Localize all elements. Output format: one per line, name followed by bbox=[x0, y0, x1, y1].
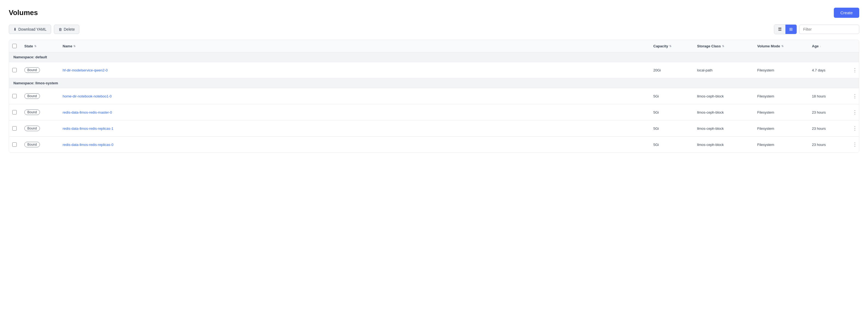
table-row: Bound hf-dir-modelservice-qwen2-0 20Gi l… bbox=[9, 62, 859, 78]
td-capacity: 5Gi bbox=[650, 90, 694, 102]
td-name: redis-data-llmos-redis-replicas-0 bbox=[59, 139, 650, 150]
delete-label: Delete bbox=[64, 27, 75, 31]
namespace-label-2: Namespace: bbox=[13, 81, 35, 85]
th-age: Age ↓ bbox=[809, 40, 847, 52]
grid-icon bbox=[789, 27, 793, 32]
th-state-label: State bbox=[24, 44, 33, 48]
td-age: 23 hours bbox=[809, 123, 847, 135]
th-checkbox bbox=[9, 40, 21, 52]
td-state: Bound bbox=[21, 138, 59, 151]
th-age-label: Age bbox=[812, 44, 819, 48]
volume-name-link[interactable]: redis-data-llmos-redis-replicas-0 bbox=[63, 143, 114, 147]
state-badge: Bound bbox=[24, 142, 40, 147]
table-row: Bound home-dir-notebook-noteboo1-0 5Gi l… bbox=[9, 88, 859, 104]
more-actions-button[interactable]: ⋮ bbox=[850, 108, 859, 116]
view-toggle bbox=[774, 24, 797, 34]
table-row: Bound redis-data-llmos-redis-master-0 5G… bbox=[9, 104, 859, 120]
td-more: ⋮ bbox=[847, 120, 859, 136]
filter-input[interactable] bbox=[799, 25, 859, 34]
more-actions-button[interactable]: ⋮ bbox=[850, 124, 859, 133]
volume-name-link[interactable]: redis-data-llmos-redis-master-0 bbox=[63, 110, 112, 114]
delete-button[interactable]: Delete bbox=[54, 25, 79, 34]
td-capacity: 5Gi bbox=[650, 123, 694, 135]
td-state: Bound bbox=[21, 106, 59, 119]
th-name: Name ⇅ bbox=[59, 40, 650, 52]
volume-name-link[interactable]: home-dir-notebook-noteboo1-0 bbox=[63, 94, 112, 98]
td-capacity: 5Gi bbox=[650, 107, 694, 118]
namespace-llmos-system-row: Namespace: llmos-system bbox=[9, 78, 859, 88]
th-storage-class-label: Storage Class bbox=[697, 44, 721, 48]
namespace-label-1: Namespace: bbox=[13, 55, 35, 59]
volume-name-link[interactable]: redis-data-llmos-redis-replicas-1 bbox=[63, 126, 114, 131]
td-name: redis-data-llmos-redis-master-0 bbox=[59, 107, 650, 118]
table-row: Bound redis-data-llmos-redis-replicas-1 … bbox=[9, 120, 859, 137]
grid-view-button[interactable] bbox=[785, 25, 797, 34]
state-sort-icon[interactable]: ⇅ bbox=[34, 45, 36, 48]
td-checkbox bbox=[9, 122, 21, 135]
td-volume-mode: Filesystem bbox=[754, 90, 809, 102]
td-volume-mode: Filesystem bbox=[754, 139, 809, 150]
page-title: Volumes bbox=[9, 8, 38, 17]
more-actions-button[interactable]: ⋮ bbox=[850, 66, 859, 74]
th-name-label: Name bbox=[63, 44, 72, 48]
state-badge: Bound bbox=[24, 93, 40, 99]
td-capacity: 20Gi bbox=[650, 64, 694, 76]
td-state: Bound bbox=[21, 63, 59, 77]
state-badge: Bound bbox=[24, 67, 40, 73]
list-view-button[interactable] bbox=[774, 25, 785, 34]
volume-mode-sort-icon[interactable]: ⇅ bbox=[781, 45, 783, 48]
row-checkbox[interactable] bbox=[12, 126, 17, 131]
download-yaml-label: Download YAML bbox=[18, 27, 46, 31]
select-all-checkbox[interactable] bbox=[12, 44, 17, 48]
row-checkbox[interactable] bbox=[12, 142, 17, 147]
td-storage-class: llmos-ceph-block bbox=[694, 90, 754, 102]
th-volume-mode-label: Volume Mode bbox=[757, 44, 780, 48]
td-storage-class: llmos-ceph-block bbox=[694, 107, 754, 118]
th-actions bbox=[847, 40, 859, 52]
volumes-table: State ⇅ Name ⇅ Capacity ⇅ Storage Class … bbox=[9, 40, 859, 153]
create-button[interactable]: Create bbox=[834, 8, 859, 18]
namespace-name-1: default bbox=[35, 55, 47, 59]
td-age: 4.7 days bbox=[809, 64, 847, 76]
td-name: redis-data-llmos-redis-replicas-1 bbox=[59, 123, 650, 135]
td-state: Bound bbox=[21, 122, 59, 135]
state-badge: Bound bbox=[24, 110, 40, 115]
volume-name-link[interactable]: hf-dir-modelservice-qwen2-0 bbox=[63, 68, 108, 72]
toolbar-right bbox=[774, 24, 859, 34]
td-checkbox bbox=[9, 106, 21, 118]
namespace-name-2: llmos-system bbox=[35, 81, 58, 85]
td-volume-mode: Filesystem bbox=[754, 107, 809, 118]
td-age: 18 hours bbox=[809, 90, 847, 102]
th-capacity: Capacity ⇅ bbox=[650, 40, 694, 52]
download-yaml-button[interactable]: Download YAML bbox=[9, 25, 51, 34]
row-checkbox[interactable] bbox=[12, 110, 17, 114]
state-badge: Bound bbox=[24, 126, 40, 131]
td-more: ⋮ bbox=[847, 62, 859, 78]
td-checkbox bbox=[9, 139, 21, 150]
td-more: ⋮ bbox=[847, 104, 859, 120]
more-actions-button[interactable]: ⋮ bbox=[850, 140, 859, 149]
td-name: home-dir-notebook-noteboo1-0 bbox=[59, 90, 650, 102]
toolbar-left: Download YAML Delete bbox=[9, 25, 79, 34]
td-volume-mode: Filesystem bbox=[754, 123, 809, 135]
more-actions-button[interactable]: ⋮ bbox=[850, 92, 859, 100]
age-sort-icon[interactable]: ↓ bbox=[820, 45, 821, 48]
td-more: ⋮ bbox=[847, 88, 859, 104]
td-state: Bound bbox=[21, 89, 59, 103]
capacity-sort-icon[interactable]: ⇅ bbox=[669, 45, 671, 48]
table-header: State ⇅ Name ⇅ Capacity ⇅ Storage Class … bbox=[9, 40, 859, 52]
namespace-default-row: Namespace: default bbox=[9, 52, 859, 62]
td-name: hf-dir-modelservice-qwen2-0 bbox=[59, 64, 650, 76]
row-checkbox[interactable] bbox=[12, 68, 17, 72]
td-storage-class: llmos-ceph-block bbox=[694, 139, 754, 150]
td-volume-mode: Filesystem bbox=[754, 64, 809, 76]
table-row: Bound redis-data-llmos-redis-replicas-0 … bbox=[9, 137, 859, 152]
row-checkbox[interactable] bbox=[12, 94, 17, 98]
td-age: 23 hours bbox=[809, 107, 847, 118]
th-storage-class: Storage Class ⇅ bbox=[694, 40, 754, 52]
header-row: Volumes Create bbox=[9, 8, 859, 18]
td-checkbox bbox=[9, 64, 21, 76]
storage-class-sort-icon[interactable]: ⇅ bbox=[722, 45, 724, 48]
name-sort-icon[interactable]: ⇅ bbox=[73, 45, 75, 48]
th-state: State ⇅ bbox=[21, 40, 59, 52]
